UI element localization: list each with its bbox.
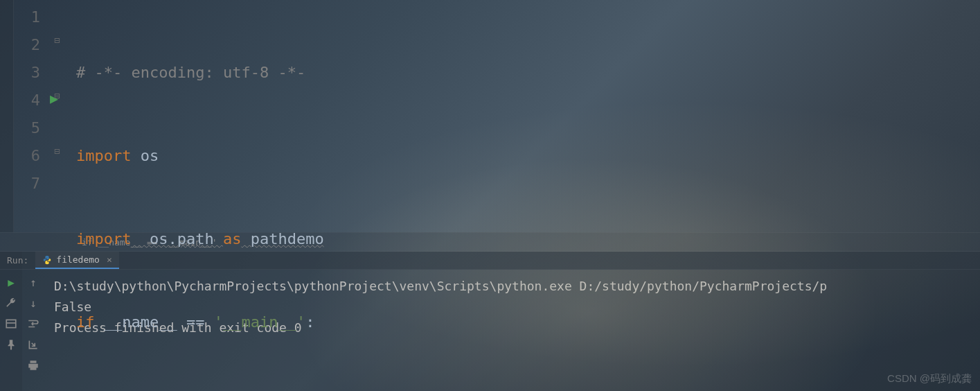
line-number-gutter: 1 2 3 4 5 6 7 [14, 0, 48, 232]
code-comment: # -*- encoding: utf-8 -*- [76, 64, 305, 81]
wrench-icon[interactable] [5, 297, 17, 309]
code-text: os [131, 147, 159, 164]
soft-wrap-icon[interactable] [27, 318, 39, 330]
run-label: Run: [0, 255, 35, 266]
code-text: os.path [131, 230, 222, 247]
layout-icon[interactable] [5, 318, 17, 330]
run-toolbar-left: ▶ [0, 252, 22, 391]
code-keyword: as [223, 230, 242, 247]
line-number: 4 [14, 87, 48, 114]
fold-marker-icon[interactable]: ⊟ [54, 35, 60, 46]
pin-icon[interactable] [5, 338, 17, 351]
rerun-icon[interactable]: ▶ [5, 276, 17, 288]
run-panel-header: Run: filedemo × [0, 252, 980, 270]
line-number: 7 [14, 170, 48, 198]
gutter-icons: ▶ ⊟ ⊟ ⊟ [48, 0, 76, 232]
code-keyword: import [76, 230, 131, 247]
scroll-to-end-icon[interactable] [27, 338, 39, 351]
close-icon[interactable]: × [107, 254, 112, 265]
code-string: '__main__' [214, 313, 305, 331]
left-gutter-strip [0, 0, 14, 232]
code-text: pathdemo [241, 230, 323, 247]
python-file-icon [42, 255, 52, 265]
run-toolbar-nav: ↑ ↓ [22, 252, 44, 391]
up-arrow-icon[interactable]: ↑ [27, 276, 39, 288]
down-arrow-icon[interactable]: ↓ [27, 297, 39, 309]
code-keyword: import [76, 147, 131, 164]
watermark: CSDN @码到成龚 [887, 372, 972, 385]
fold-marker-icon[interactable]: ⊟ [54, 146, 60, 157]
line-number: 2 [14, 31, 48, 59]
code-editor[interactable]: 1 2 3 4 5 6 7 ▶ ⊟ ⊟ ⊟ # -*- encoding: ut… [0, 0, 980, 232]
line-number: 1 [14, 3, 48, 31]
code-keyword: if [76, 313, 95, 331]
code-content[interactable]: # -*- encoding: utf-8 -*- import os impo… [76, 0, 980, 232]
svg-rect-0 [6, 320, 16, 327]
run-tab[interactable]: filedemo × [35, 252, 118, 269]
line-number: 5 [14, 114, 48, 142]
line-number: 6 [14, 142, 48, 170]
fold-marker-icon[interactable]: ⊟ [54, 90, 60, 101]
print-icon[interactable] [27, 359, 39, 372]
run-tab-name: filedemo [56, 254, 100, 265]
code-text: : [305, 313, 314, 331]
code-text: __name__ == [95, 313, 214, 331]
line-number: 3 [14, 59, 48, 87]
